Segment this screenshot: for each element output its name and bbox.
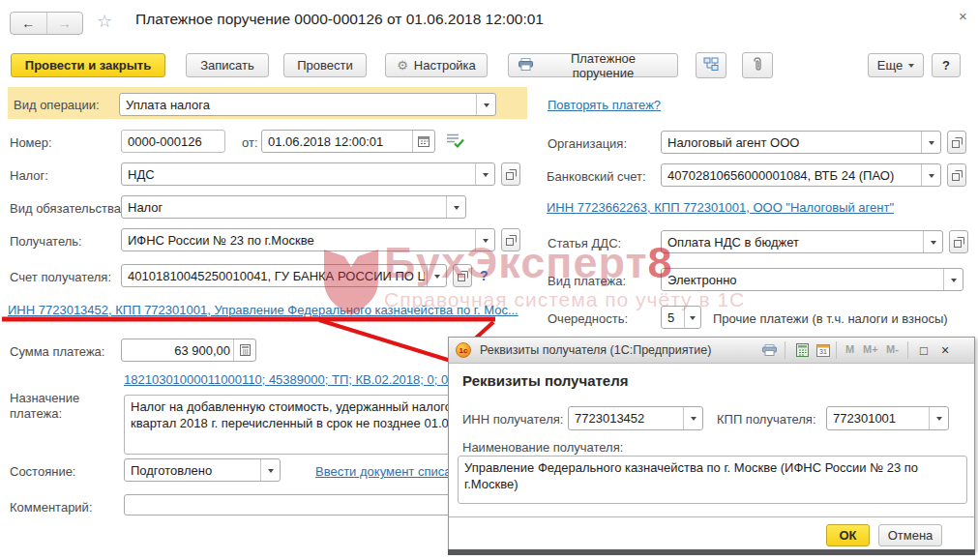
dialog-close-icon[interactable]: × — [936, 341, 954, 359]
gear-icon: ⚙ — [397, 58, 408, 73]
dialog-print-icon[interactable] — [760, 341, 778, 359]
calendar-icon[interactable] — [412, 131, 434, 152]
back-arrow-icon[interactable]: ← — [11, 13, 47, 34]
print-payment-order-button[interactable]: Платежное поручение — [508, 53, 678, 77]
number-input[interactable]: 0000-000126 — [121, 130, 225, 153]
purpose-line2: квартал 2018 г. перечисленный в срок не … — [131, 415, 467, 431]
memory-plus-button[interactable]: М+ — [863, 343, 878, 355]
settings-button[interactable]: ⚙ Настройка — [385, 53, 488, 77]
payee-account-label: Счет получателя: — [10, 270, 111, 284]
obligation-value: Налог — [128, 200, 444, 215]
date-value: 01.06.2018 12:00:01 — [268, 134, 411, 149]
account-hint-icon[interactable]: ? — [480, 268, 489, 283]
kbk-requisites-link[interactable]: 18210301000011000110; 45389000; ТП; КВ.0… — [124, 372, 448, 387]
amount-label: Сумма платежа: — [10, 344, 104, 359]
amount-value: 63 900,00 — [128, 343, 230, 358]
payment-kind-value: Электронно — [667, 273, 941, 287]
dialog-bottom-edge[interactable] — [448, 549, 975, 555]
ok-button[interactable]: ОК — [826, 524, 870, 546]
post-button[interactable]: Провести — [283, 53, 367, 77]
date-input[interactable]: 01.06.2018 12:00:01 — [261, 130, 435, 153]
1c-logo-icon: 1с — [456, 342, 471, 358]
edit-number-icon[interactable] — [446, 133, 464, 152]
payee-open-button[interactable] — [501, 228, 520, 251]
forward-arrow-icon[interactable]: → — [47, 13, 83, 34]
tax-value: НДС — [128, 167, 473, 182]
dropdown-arrow-icon[interactable] — [476, 94, 495, 115]
chevron-down-icon — [908, 64, 914, 71]
dropdown-arrow-icon[interactable] — [260, 459, 280, 481]
bank-account-value: 40702810656000001084, ВТБ 24 (ПАО) — [667, 168, 919, 183]
more-button[interactable]: Еще — [868, 53, 924, 77]
payee-name-textarea[interactable]: Управление Федерального казначейства по … — [458, 456, 967, 504]
dropdown-arrow-icon[interactable] — [475, 163, 494, 185]
tax-label: Налог: — [10, 168, 48, 183]
number-label: Номер: — [10, 135, 52, 150]
dropdown-arrow-icon[interactable] — [921, 164, 940, 186]
favorite-star-icon[interactable]: ☆ — [97, 11, 112, 32]
enter-writeoff-document-link[interactable]: Ввести документ списа — [315, 464, 451, 479]
kpp-label: КПП получателя: — [717, 412, 816, 427]
amount-input[interactable]: 63 900,00 — [121, 339, 256, 362]
help-button[interactable]: ? — [932, 53, 961, 77]
payee-name-label: Наименование получателя: — [462, 440, 623, 455]
comment-input[interactable] — [124, 494, 474, 516]
inn-input[interactable]: 7723013452 — [568, 406, 703, 430]
print-payment-order-label: Платежное поручение — [539, 51, 667, 80]
post-and-close-label: Провести и закрыть — [25, 58, 151, 73]
priority-value: 5 — [667, 310, 683, 325]
obligation-select[interactable]: Налог — [121, 195, 466, 219]
window-close-icon[interactable]: × — [959, 8, 967, 24]
comment-label: Комментарий: — [10, 500, 93, 515]
write-label: Записать — [200, 58, 254, 73]
dropdown-arrow-icon[interactable] — [921, 132, 940, 153]
purpose-textarea[interactable]: Налог на добавленную стоимость, удержанн… — [124, 395, 474, 455]
write-button[interactable]: Записать — [186, 53, 269, 77]
tax-select[interactable]: НДС — [121, 162, 495, 186]
paperclip-icon — [751, 57, 764, 74]
dds-item-select[interactable]: Оплата НДС в бюджет — [661, 230, 943, 253]
kpp-input[interactable]: 772301001 — [826, 406, 949, 430]
dropdown-arrow-icon[interactable] — [929, 407, 948, 429]
payee-details-link[interactable]: ИНН 7723013452, КПП 772301001, Управлени… — [8, 303, 519, 317]
dialog-maximize-icon[interactable]: □ — [915, 341, 933, 359]
dialog-heading: Реквизиты получателя — [462, 372, 628, 389]
bank-account-open-button[interactable] — [947, 163, 966, 187]
dialog-calculator-icon[interactable] — [793, 341, 811, 359]
dialog-calendar-icon[interactable]: 31 — [815, 341, 832, 359]
dropdown-arrow-icon[interactable] — [923, 231, 942, 252]
dropdown-arrow-icon[interactable] — [684, 307, 700, 328]
bank-account-label: Банковский счет: — [547, 169, 646, 184]
post-and-close-button[interactable]: Провести и закрыть — [11, 53, 165, 77]
dropdown-arrow-icon[interactable] — [943, 269, 963, 290]
tax-open-button[interactable] — [501, 162, 520, 186]
calculator-icon[interactable] — [233, 339, 255, 361]
organization-details-link[interactable]: ИНН 7723662263, КПП 772301001, ООО "Нало… — [547, 200, 894, 215]
payment-kind-select[interactable]: Электронно — [661, 268, 963, 291]
dropdown-arrow-icon[interactable] — [475, 229, 494, 251]
payee-account-open-button[interactable] — [453, 264, 472, 287]
memory-minus-button[interactable]: М- — [886, 343, 899, 355]
dropdown-arrow-icon[interactable] — [683, 407, 702, 429]
dialog-titlebar[interactable]: 1с Реквизиты получателя (1С:Предприятие)… — [449, 338, 974, 364]
bank-account-select[interactable]: 40702810656000001084, ВТБ 24 (ПАО) — [661, 163, 941, 187]
payee-select[interactable]: ИФНС России № 23 по г.Москве — [121, 228, 495, 251]
dropdown-arrow-icon[interactable] — [446, 196, 465, 218]
memory-button[interactable]: М — [845, 343, 854, 355]
dds-item-open-button[interactable] — [949, 230, 968, 253]
organization-open-button[interactable] — [947, 131, 966, 154]
date-from-label: от: — [242, 135, 258, 150]
repeat-payment-link[interactable]: Повторять платеж? — [548, 98, 661, 112]
cancel-button[interactable]: Отмена — [878, 524, 942, 546]
dialog-footer-divider — [449, 516, 974, 517]
page-title: Платежное поручение 0000-000126 от 01.06… — [135, 11, 544, 28]
operation-select[interactable]: Уплата налога — [119, 93, 496, 116]
attachments-button[interactable] — [742, 52, 773, 78]
structure-button[interactable] — [696, 52, 726, 78]
dropdown-arrow-icon[interactable] — [427, 265, 446, 286]
post-label: Провести — [297, 58, 353, 73]
priority-select[interactable]: 5 — [661, 306, 701, 329]
state-select[interactable]: Подготовлено — [124, 458, 281, 482]
organization-select[interactable]: Налоговый агент ООО — [661, 131, 941, 154]
payee-account-select[interactable]: 40101810045250010041, ГУ БАНКА РОССИИ ПО… — [121, 264, 447, 287]
